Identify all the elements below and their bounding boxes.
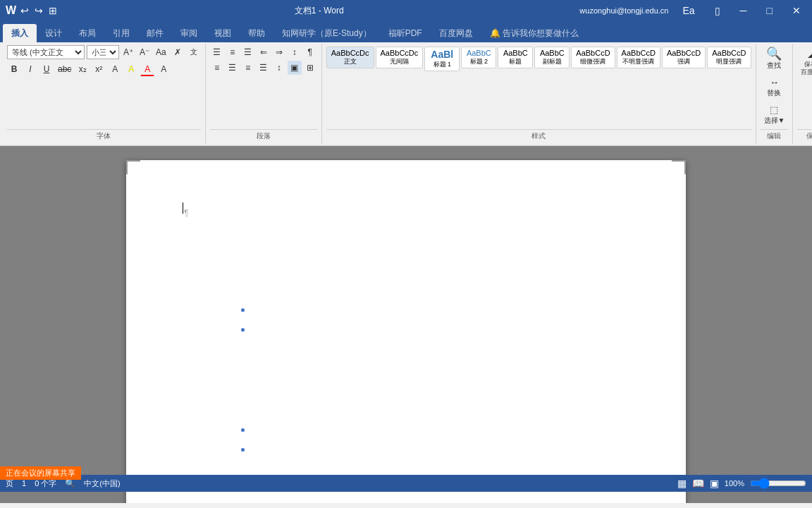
show-marks-btn[interactable]: ¶: [303, 45, 317, 59]
tab-tell-me[interactable]: 🔔 告诉我你想要做什么: [481, 24, 587, 42]
minimize-button[interactable]: ─: [734, 4, 753, 18]
sort-btn[interactable]: ↕: [288, 45, 302, 59]
save-cloud-label: 保存到百度网盘: [801, 61, 812, 76]
status-bar: 页 1 0 个字 🔍 中文(中国) ▦ 📖 ▣ 100%: [0, 475, 812, 492]
increase-indent-btn[interactable]: ⇒: [272, 45, 286, 59]
decrease-font-btn[interactable]: A⁻: [137, 45, 152, 59]
select-icon: ⬚: [770, 104, 778, 115]
text-effect-btn[interactable]: A: [108, 62, 122, 76]
text-highlight-btn[interactable]: A: [124, 62, 138, 76]
phonetics-btn[interactable]: 文: [187, 45, 201, 59]
edit-group: 🔍 查找 ↔ 替换 ⬚ 选择▼ 编辑: [756, 44, 794, 144]
style-normal[interactable]: AaBbCcDc 正文: [326, 47, 374, 68]
font-group-label: 字体: [7, 129, 201, 143]
quick-access-toolbar: W ↩ ↪ ⊞: [6, 4, 59, 18]
increase-font-btn[interactable]: A⁺: [121, 45, 135, 59]
close-button[interactable]: ✕: [787, 4, 806, 18]
user-info: wuzonghui@tongji.edu.cn: [579, 6, 668, 15]
customize-qat-button[interactable]: ⊞: [47, 4, 59, 18]
subscript-button[interactable]: x₂: [75, 62, 90, 76]
replace-button[interactable]: ↔ 替换: [763, 75, 785, 100]
save-to-cloud-button[interactable]: ☁ 保存到百度网盘: [797, 45, 812, 78]
select-button[interactable]: ⬚ 选择▼: [761, 102, 789, 128]
align-center-btn[interactable]: ☰: [226, 61, 240, 75]
title-bar-right: wuzonghui@tongji.edu.cn Ea ▯ ─ □ ✕: [579, 4, 806, 18]
undo-button[interactable]: ↩: [19, 4, 30, 18]
bullet-dot-4: [241, 448, 245, 452]
tab-view[interactable]: 视图: [206, 24, 240, 42]
share-button[interactable]: Ea: [677, 4, 700, 18]
style-subtle-emphasis[interactable]: AaBbCcD 细微强调: [571, 47, 615, 68]
find-button[interactable]: 🔍 查找: [763, 45, 785, 73]
paragraph-mark: ¶: [184, 208, 188, 218]
save-group-label: 保存: [797, 129, 812, 143]
line-spacing-btn[interactable]: ↕: [272, 61, 286, 75]
align-right-btn[interactable]: ≡: [241, 61, 255, 75]
tab-layout[interactable]: 布局: [70, 24, 104, 42]
tab-help[interactable]: 帮助: [240, 24, 273, 42]
tab-baiduyun[interactable]: 百度网盘: [431, 24, 481, 42]
tab-mailings[interactable]: 邮件: [138, 24, 172, 42]
bullet-list-btn[interactable]: ☰: [210, 45, 224, 59]
page-corner-tr: [672, 160, 686, 174]
style-heading1[interactable]: AaBl 标题 1: [424, 47, 460, 71]
shading-btn[interactable]: ▣: [288, 61, 302, 75]
ribbon-tabs: 插入 设计 布局 引用 邮件 审阅 视图 帮助 知网研学（原E-Study） 福…: [0, 21, 812, 42]
bullet-dot-1: [241, 308, 245, 312]
screen-share-text: 正在会议的屏幕共享: [6, 468, 75, 477]
view-normal-btn[interactable]: ▦: [677, 478, 687, 489]
edit-group-label: 编辑: [761, 129, 789, 143]
cloud-save-icon: ☁: [807, 47, 812, 60]
style-strong[interactable]: AaBbCcD 强调: [662, 47, 706, 68]
style-emphasis[interactable]: AaBbCcD 不明显强调: [617, 47, 660, 68]
para-row-2: ≡ ☰ ≡ ☰ ↕ ▣ ⊞: [210, 61, 317, 75]
number-list-btn[interactable]: ≡: [226, 45, 240, 59]
tab-references[interactable]: 引用: [104, 24, 138, 42]
strikethrough-button[interactable]: abc: [56, 62, 73, 76]
char-border-btn[interactable]: A: [156, 62, 171, 76]
border-btn[interactable]: ⊞: [303, 61, 317, 75]
align-left-btn[interactable]: ≡: [210, 61, 224, 75]
multilevel-list-btn[interactable]: ☰: [241, 45, 255, 59]
clear-format-btn[interactable]: ✗: [171, 45, 185, 59]
document-area[interactable]: ¶: [0, 146, 812, 503]
font-name-select[interactable]: 等线 (中文正文: [7, 45, 85, 59]
tab-insert[interactable]: 插入: [3, 24, 37, 42]
proofing-icon: 🔍: [65, 478, 75, 488]
underline-button[interactable]: U: [39, 62, 54, 76]
ribbon-display-button[interactable]: ▯: [709, 4, 726, 18]
ribbon-content: 等线 (中文正文 小三 A⁺ A⁻ Aa ✗ 文 B I U abc x₂: [0, 42, 812, 146]
style-no-spacing[interactable]: AaBbCcDc 无间隔: [376, 47, 424, 68]
tab-estudy[interactable]: 知网研学（原E-Study）: [273, 24, 380, 42]
para-row-1: ☰ ≡ ☰ ⇐ ⇒ ↕ ¶: [210, 45, 317, 59]
bold-button[interactable]: B: [7, 62, 21, 76]
font-size-select[interactable]: 小三: [87, 45, 119, 59]
screen-share-bar: 正在会议的屏幕共享: [0, 466, 81, 480]
change-case-btn[interactable]: Aa: [154, 45, 168, 59]
view-print-btn[interactable]: ▣: [710, 478, 719, 489]
decrease-indent-btn[interactable]: ⇐: [257, 45, 271, 59]
tab-design[interactable]: 设计: [37, 24, 70, 42]
font-group: 等线 (中文正文 小三 A⁺ A⁻ Aa ✗ 文 B I U abc x₂: [3, 44, 206, 144]
word-logo-icon: W: [6, 4, 16, 17]
title-bar: W ↩ ↪ ⊞ 文档1 - Word wuzonghui@tongji.edu.…: [0, 0, 812, 21]
paragraph-group: ☰ ≡ ☰ ⇐ ⇒ ↕ ¶ ≡ ☰ ≡ ☰ ↕ ▣ ⊞ 段落: [206, 44, 322, 144]
maximize-button[interactable]: □: [761, 4, 778, 18]
font-row-2: B I U abc x₂ x² A A A A: [7, 62, 171, 76]
document-page[interactable]: ¶: [126, 160, 686, 503]
font-color-btn[interactable]: A: [140, 62, 154, 76]
italic-button[interactable]: I: [23, 62, 37, 76]
style-subtitle[interactable]: AaBbC 副标题: [534, 47, 570, 68]
tab-review[interactable]: 审阅: [172, 24, 206, 42]
ribbon: 插入 设计 布局 引用 邮件 审阅 视图 帮助 知网研学（原E-Study） 福…: [0, 21, 812, 146]
tab-foxitpdf[interactable]: 福昕PDF: [380, 24, 431, 42]
view-read-btn[interactable]: 📖: [692, 478, 704, 489]
style-title[interactable]: AaBbC 标题: [498, 47, 533, 68]
font-row-1: 等线 (中文正文 小三 A⁺ A⁻ Aa ✗ 文: [7, 45, 201, 59]
justify-btn[interactable]: ☰: [257, 61, 271, 75]
zoom-slider[interactable]: [750, 478, 806, 488]
superscript-button[interactable]: x²: [92, 62, 106, 76]
style-intense-emphasis[interactable]: AaBbCcD 明显强调: [707, 47, 751, 68]
style-heading2[interactable]: AaBbC 标题 2: [461, 47, 496, 68]
redo-button[interactable]: ↪: [33, 4, 44, 18]
